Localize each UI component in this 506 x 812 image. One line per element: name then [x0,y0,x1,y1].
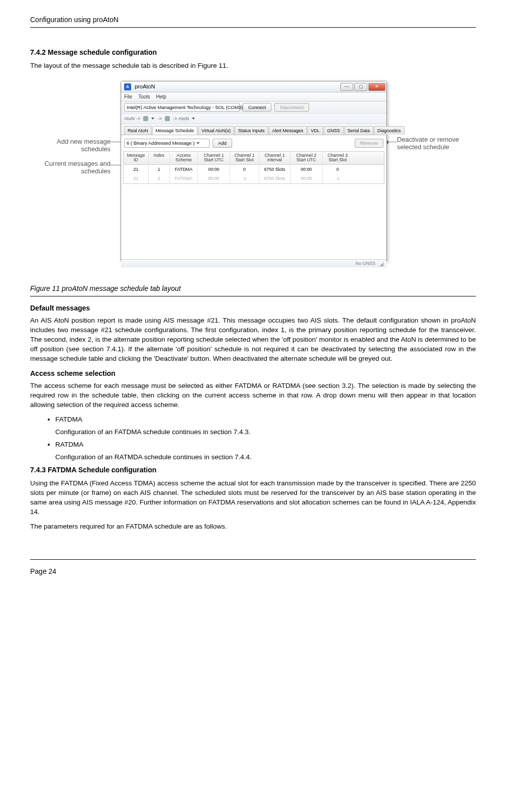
tab-serial-data[interactable]: Serial Data [344,126,374,135]
app-icon: A [124,83,131,90]
port-select[interactable]: Intel(R) Active Management Technology - … [124,103,240,112]
port-select-value: Intel(R) Active Management Technology - … [127,104,243,111]
bullet-ratdma-desc: Configuration of an RATMDA schedule cont… [30,453,476,462]
col-header: Channel 2 Start UTC [290,152,323,164]
table-cell: FATDMA [170,174,198,183]
tab-real-aton[interactable]: Real AtoN [124,126,152,135]
remove-button[interactable]: Remove [355,139,383,147]
col-header: Channel 1 Start UTC [198,152,230,164]
table-cell: 00:00 [290,174,323,183]
close-button[interactable]: ✕ [368,83,385,91]
tab-gnss[interactable]: GNSS [324,126,344,135]
col-header: Channel 2 Start Slot [323,152,353,164]
menu-help[interactable]: Help [156,93,166,100]
aton-label-mid: -> [157,115,162,122]
table-header: Message IDIndexAccess SchemeChannel 1 St… [124,152,384,165]
bullet-list: RATDMA [30,440,476,450]
table-cell: 00:00 [198,165,230,174]
bullet-fatdma-desc: Configuration of an FATDMA schedule cont… [30,428,476,437]
table-cell: 0 [323,165,353,174]
status-text: No GNSS [355,260,375,267]
content-area: 6 ( Binary Addressed Message ) Add Remov… [121,135,386,267]
minimize-button[interactable]: — [340,83,353,91]
tab-vdl[interactable]: VDL [308,126,324,135]
aton-label-right: -> AtoN [173,115,189,122]
table-cell: 6750 Slots [259,165,290,174]
device-icon [143,116,148,121]
message-type-value: 6 ( Binary Addressed Message ) [127,140,194,146]
annotation-add-schedules: Add new message schedules [30,138,111,153]
maximize-button[interactable]: ▢ [354,83,367,91]
para-742: The layout of the message schedule tab i… [30,61,476,71]
table-cell: -1 [230,174,259,183]
annotation-current-schedules: Current messages and schedules [30,160,111,175]
menubar: File Tools Help [121,92,386,102]
chevron-down-icon [151,118,154,120]
col-header: Message ID [124,152,149,164]
col-header: Channel 1 Start Slot [230,152,259,164]
heading-743: 7.4.3 FATDMA Schedule configuration [30,465,476,475]
menu-file[interactable]: File [124,93,132,100]
col-header: Index [149,152,170,164]
message-type-select[interactable]: 6 ( Binary Addressed Message ) [124,139,210,147]
table-cell: 21 [124,165,149,174]
tab-diagnostics[interactable]: Diagnostics [374,126,404,135]
tab-virtual-aton-s-[interactable]: Virtual AtoN(s) [198,126,234,135]
page-header: Configuration using proAtoN [30,15,476,28]
access-scheme-head: Access scheme selection [30,369,476,379]
tab-status-inputs[interactable]: Status Inputs [235,126,268,135]
tab-alert-messages[interactable]: Alert Messages [269,126,307,135]
page-footer: Page 24 [30,559,476,577]
bullet-ratdma: RATDMA [55,440,476,450]
aton-label-left: AtoN -> [124,115,140,122]
default-messages-head: Default messages [30,303,476,314]
connection-row: Intel(R) Active Management Technology - … [121,102,386,114]
resize-grip-icon[interactable] [378,261,383,266]
bullet-fatdma: FATDMA [55,415,476,425]
para-743-1: Using the FATDMA (Fixed Access TDMA) acc… [30,479,476,517]
table-cell: 2 [149,174,170,183]
schedule-add-row: 6 ( Binary Addressed Message ) Add Remov… [123,137,384,149]
status-bar: No GNSS [121,259,386,267]
access-scheme-body: The access scheme for each message must … [30,381,476,410]
figure-11: Add new message schedules Current messag… [30,76,472,272]
table-row[interactable]: 212FATDMA00:00-16750 Slots00:00-1 [124,174,384,183]
table-cell: 00:00 [198,174,230,183]
default-messages-body: An AIS AtoN position report is made usin… [30,316,476,363]
table-cell: 0 [230,165,259,174]
table-row[interactable]: 211FATDMA00:0006750 Slots00:000 [124,165,384,174]
chevron-down-icon [192,118,195,120]
app-window: A proAtoN — ▢ ✕ File Tools Help Intel(R)… [121,81,387,262]
chevron-down-icon [196,142,199,144]
device-icon [165,116,170,121]
figure-caption: Figure 11 proAtoN message schedule tab l… [30,284,476,296]
table-cell: 21 [124,174,149,183]
bullet-list: FATDMA [30,415,476,425]
menu-tools[interactable]: Tools [138,93,150,100]
para-743-2: The parameters required for an FATDMA sc… [30,522,476,532]
table-cell: 00:00 [290,165,323,174]
table-cell: -1 [323,174,353,183]
titlebar: A proAtoN — ▢ ✕ [121,81,386,92]
table-body: 211FATDMA00:0006750 Slots00:000212FATDMA… [124,165,384,183]
tab-row: Real AtoNMessage ScheduleVirtual AtoN(s)… [121,124,386,135]
table-cell: 6750 Slots [259,174,290,183]
table-cell: FATDMA [170,165,198,174]
aton-row: AtoN -> -> -> AtoN [121,114,386,124]
app-title: proAtoN [135,83,155,90]
col-header: Access Scheme [170,152,198,164]
schedule-table: Message IDIndexAccess SchemeChannel 1 St… [123,151,384,184]
col-header: Channel 1 Interval [259,152,290,164]
add-button[interactable]: Add [213,139,232,147]
disconnect-button[interactable]: Disconnect [274,103,309,112]
annotation-deactivate: Deactivate or remove selected schedule [397,136,477,151]
tab-message-schedule[interactable]: Message Schedule [152,126,198,135]
table-cell: 1 [149,165,170,174]
connect-button[interactable]: Connect [243,103,271,112]
heading-742: 7.4.2 Message schedule configuration [30,48,476,58]
